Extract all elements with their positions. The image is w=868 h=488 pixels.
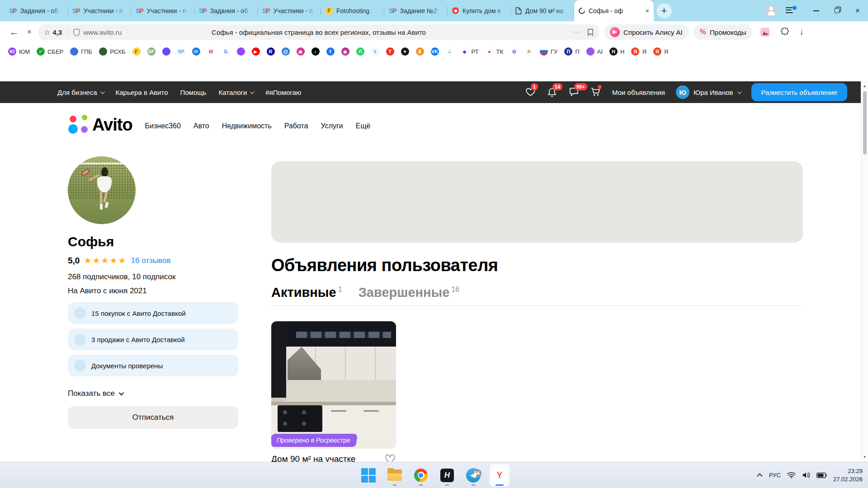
bookmark-item[interactable]: П П — [564, 47, 579, 56]
site-nav-link[interactable]: Авто — [193, 122, 209, 130]
browser-profile-icon[interactable] — [765, 5, 778, 17]
reviews-link[interactable]: 16 отзывов — [131, 256, 171, 265]
user-menu[interactable]: Ю Юра Иванов — [676, 85, 741, 99]
listing-photo[interactable]: Проверено в Росреестре — [271, 321, 396, 449]
h-app-button[interactable]: H — [437, 464, 457, 487]
avito-logo[interactable]: Avito — [68, 114, 132, 135]
header-nav-item[interactable]: Помощь — [180, 89, 207, 96]
bookmark-item[interactable]: Ю ЮМ — [8, 47, 30, 56]
bookmark-item[interactable]: ◉ — [341, 47, 349, 56]
scroll-down-icon[interactable]: ▼ — [861, 455, 868, 459]
browser-tab[interactable]: SP F Купить дом в × — [448, 0, 511, 21]
bookmark-item[interactable]: ▶ — [252, 47, 260, 56]
alice-button[interactable]: Спросить Алису AI — [604, 24, 689, 40]
messages-icon[interactable]: 99+ — [569, 87, 580, 98]
header-nav-item[interactable]: Карьера в Авито — [116, 89, 168, 96]
bookmark-item[interactable]: Т — [386, 47, 394, 56]
stop-loading-icon[interactable]: × — [23, 28, 36, 37]
cart-icon[interactable] — [590, 87, 601, 98]
notifications-icon[interactable]: 14 — [547, 87, 558, 98]
bookmark-flag-icon[interactable] — [587, 28, 594, 36]
bookmark-item[interactable]: @ — [282, 47, 290, 56]
bookmark-item[interactable]: ● ТК — [486, 47, 504, 56]
minimize-button[interactable] — [806, 10, 826, 11]
browser-tab[interactable]: SP F Задание №2 × — [384, 0, 448, 21]
start-button[interactable] — [359, 464, 378, 487]
browser-tab[interactable]: SP F Fotohosting. × — [321, 0, 384, 21]
scrollbar[interactable]: ▲ ▼ — [861, 81, 868, 462]
tray-expand-icon[interactable] — [757, 473, 763, 479]
my-ads-link[interactable]: Мои объявления — [612, 89, 665, 96]
file-explorer-button[interactable] — [385, 464, 405, 487]
bookmark-item[interactable]: R — [267, 47, 275, 56]
browser-tab[interactable]: SP F Участники - п × — [68, 0, 131, 21]
bookmark-item[interactable]: ✿ — [510, 47, 518, 56]
chrome-button[interactable] — [411, 464, 431, 487]
bookmark-item[interactable]: SF — [147, 47, 156, 56]
browser-tab[interactable]: SP F Задания - об × — [194, 0, 258, 21]
window-close-button[interactable]: × — [847, 7, 868, 15]
header-nav-item[interactable]: Каталоги — [218, 89, 253, 96]
bookmark-item[interactable]: Н Н — [609, 47, 624, 56]
bookmark-item[interactable]: ◆ РТ — [461, 47, 479, 56]
tab-completed-listings[interactable]: Завершенные16 — [359, 285, 460, 300]
post-ad-button[interactable]: Разместить объявление — [751, 83, 847, 101]
site-nav-link[interactable]: Работа — [284, 122, 308, 130]
yandex-browser-button[interactable]: Y — [490, 464, 509, 487]
browser-menu-icon[interactable] — [786, 7, 796, 14]
browser-tab[interactable]: SP F Участники - п × — [131, 0, 194, 21]
bookmark-item[interactable]: 8 — [416, 47, 424, 56]
bookmark-item[interactable]: т — [371, 47, 379, 56]
scrollbar-thumb[interactable] — [863, 91, 867, 155]
bookmark-item[interactable]: SP — [177, 47, 185, 56]
bookmark-item[interactable]: Я Я — [631, 47, 646, 56]
more-icon[interactable]: ··· — [573, 28, 582, 36]
bookmark-item[interactable]: F — [132, 47, 141, 56]
bookmark-item[interactable] — [162, 47, 170, 56]
extensions-icon[interactable] — [780, 28, 789, 37]
promo-button[interactable]: % Промокоды — [693, 24, 753, 40]
bookmark-item[interactable]: ✦ — [401, 47, 409, 56]
site-nav-link[interactable]: Ещё — [356, 122, 371, 130]
address-bar[interactable]: ☆ 4,3 www.avito.ru Софья - официальная с… — [38, 24, 599, 40]
browser-tab[interactable]: SP F Дом 90 м² на × — [511, 0, 574, 21]
profile-photo[interactable] — [68, 156, 136, 224]
telegram-button[interactable]: 54 — [463, 464, 483, 487]
bookmark-item[interactable]: ✆ — [356, 47, 364, 56]
language-indicator[interactable]: РУС — [769, 472, 781, 479]
tab-active-listings[interactable]: Активные1 — [271, 285, 342, 300]
listing-title[interactable]: Дом 90 м² на участке 7,5 сот. — [271, 453, 366, 462]
show-all-link[interactable]: Показать все — [68, 389, 238, 398]
bookmark-item[interactable]: ГПБ — [70, 47, 92, 56]
bookmark-item[interactable]: ♪ — [311, 47, 320, 56]
browser-tab[interactable]: SP F Задания - об × — [5, 0, 68, 21]
bookmark-item[interactable]: ✓ СБЕР — [37, 47, 63, 56]
downloads-icon[interactable]: ↓ — [799, 27, 804, 37]
clock[interactable]: 23:29 27.02.2026 — [833, 467, 863, 483]
bookmark-item[interactable]: VK — [431, 47, 439, 56]
bookmark-item[interactable] — [237, 47, 245, 56]
unsubscribe-button[interactable]: Отписаться — [68, 406, 238, 429]
header-nav-item[interactable]: #яПомогаю — [265, 89, 301, 96]
new-tab-button[interactable]: + — [656, 3, 672, 19]
wifi-icon[interactable] — [787, 472, 796, 479]
tab-close-icon[interactable]: × — [645, 7, 649, 14]
bookmark-item[interactable]: AI — [586, 47, 603, 56]
site-nav-link[interactable]: Недвижимость — [222, 122, 272, 130]
back-icon[interactable]: ← — [5, 27, 23, 38]
bookmark-item[interactable]: G — [222, 47, 230, 56]
screenshot-extension-icon[interactable] — [760, 28, 769, 37]
scroll-up-icon[interactable]: ▲ — [861, 84, 868, 88]
header-nav-item[interactable]: Для бизнеса — [57, 89, 104, 96]
bookmark-item[interactable]: ✉ — [192, 47, 200, 56]
favorite-heart-icon[interactable]: ♡ — [384, 453, 396, 462]
battery-icon[interactable] — [816, 473, 827, 478]
bookmark-item[interactable]: ❁ — [525, 47, 533, 56]
restore-button[interactable] — [826, 8, 847, 13]
site-rating-star-icon[interactable]: ☆ — [44, 28, 50, 37]
bookmark-item[interactable]: f — [326, 47, 335, 56]
bookmark-item[interactable]: ГУ — [540, 47, 557, 56]
bookmark-item[interactable]: Я Я — [653, 47, 668, 56]
browser-tab[interactable]: SP F Участники - п × — [258, 0, 321, 21]
favorites-icon[interactable]: 1 — [525, 87, 536, 98]
